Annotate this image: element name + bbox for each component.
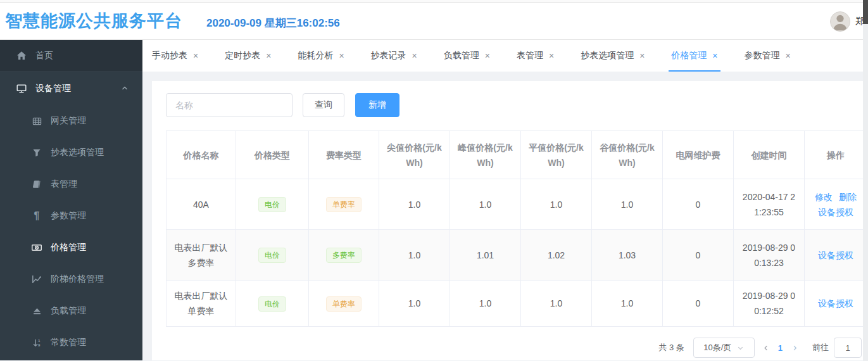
page-size-select[interactable]: 10条/页 [693,338,755,358]
header-datetime: 2020-09-09 星期三16:02:56 [206,16,340,30]
table-header-cell: 创建时间 [734,131,805,179]
table-header-cell: 平值价格(元/kWh) [521,131,592,179]
sidebar-item-label: 首页 [35,50,53,61]
vertical-scrollbar[interactable] [863,0,868,361]
cell-price-type: 电价 [236,230,309,281]
sidebar-item-params[interactable]: ¶参数管理 [0,200,142,232]
sidebar-item-constants[interactable]: 19常数管理 [0,327,142,358]
chevron-up-icon [121,84,129,94]
chevron-left-icon [762,345,769,352]
cell-rate-type: 单费率 [309,179,379,230]
cell-grid-maintenance-fee: 0 [663,230,734,281]
cell-created-time: 2020-04-17 21:23:55 [734,179,805,230]
close-icon[interactable]: × [266,51,271,60]
pagination: 共 3 条 10条/页 1 [166,338,868,358]
cell-created-time: 2019-08-29 00:12:52 [734,281,805,327]
sort-numeric-icon: 19 [32,338,42,348]
cell-peak-price: 1.01 [450,230,521,281]
tab-label: 抄表记录 [371,50,406,61]
prev-page-button[interactable] [762,345,769,352]
cell-price-type: 电价 [236,281,309,327]
price-management-panel: 查询 新增 价格名称价格类型费率类型尖值价格(元/kWh)峰值价格(元/kWh)… [152,81,868,360]
content-background: 查询 新增 价格名称价格类型费率类型尖值价格(元/kWh)峰值价格(元/kWh)… [142,72,868,360]
table-row: 40A电价单费率1.01.01.01.002020-04-17 21:23:55… [167,179,867,230]
device-auth-link[interactable]: 设备授权 [818,248,853,263]
sidebar-item-label: 阶梯价格管理 [51,274,104,285]
tab-scheduled-reading[interactable]: 定时抄表× [225,40,271,72]
scrollbar-thumb[interactable] [863,0,868,24]
page-number[interactable]: 1 [778,343,783,353]
close-icon[interactable]: × [412,51,417,60]
cell-valley-price: 1.0 [592,281,663,327]
tag-success: 电价 [258,296,286,312]
app-title: 智慧能源公共服务平台 [5,10,182,32]
pagination-total: 共 3 条 [658,342,684,353]
tab-reading-records[interactable]: 抄表记录× [371,40,417,72]
close-icon[interactable]: × [485,51,490,60]
user-avatar[interactable] [830,11,850,32]
close-icon[interactable]: × [712,51,717,60]
sidebar-item-meter-options[interactable]: 抄表选项管理 [0,137,142,168]
tab-meter-options-management[interactable]: 抄表选项管理× [581,40,645,72]
price-table: 价格名称价格类型费率类型尖值价格(元/kWh)峰值价格(元/kWh)平值价格(元… [166,130,867,327]
next-page-button[interactable] [791,345,798,352]
chevron-down-icon [737,345,744,352]
chevron-right-icon [791,345,798,352]
cell-price-name: 电表出厂默认多费率 [167,230,236,281]
person-icon [831,11,850,31]
delete-link[interactable]: 删除 [839,189,857,205]
header-user[interactable]: 郑 [830,11,864,32]
sidebar-item-tier-price[interactable]: 阶梯价格管理 [0,263,142,295]
query-button[interactable]: 查询 [303,93,344,117]
goto-page-input[interactable] [834,338,862,358]
eject-icon [32,306,42,316]
tag-warning: 单费率 [326,197,362,212]
close-icon[interactable]: × [549,51,554,60]
tab-meter-management[interactable]: 表管理× [517,40,554,72]
line-chart-icon [32,274,42,284]
tag-success: 多费率 [326,248,362,263]
sidebar-item-meter[interactable]: 表管理 [0,168,142,200]
sidebar-item-label: 负载管理 [51,305,86,317]
add-button[interactable]: 新增 [355,93,399,117]
table-header-cell: 电网维护费 [663,131,734,179]
cell-flat-price: 1.0 [521,179,592,230]
tab-energy-analysis[interactable]: 能耗分析× [298,40,344,72]
tab-price-management[interactable]: 价格管理× [671,40,717,72]
page-size-value: 10条/页 [703,342,731,353]
cell-valley-price: 1.03 [592,230,663,281]
tab-label: 表管理 [517,50,543,61]
cell-peak-price: 1.0 [450,281,521,327]
close-icon[interactable]: × [639,51,645,60]
tab-label: 价格管理 [671,50,707,61]
close-icon[interactable]: × [193,51,198,60]
device-auth-link[interactable]: 设备授权 [818,205,853,220]
tag-success: 电价 [258,248,286,263]
sidebar-item-price[interactable]: 价格管理 [0,232,142,263]
tab-param-management[interactable]: 参数管理× [745,40,791,72]
tab-manual-reading[interactable]: 手动抄表× [152,40,198,72]
svg-text:1: 1 [37,338,40,343]
cell-sharp-price: 1.0 [379,179,450,230]
cell-grid-maintenance-fee: 0 [663,281,734,327]
table-header-cell: 峰值价格(元/kWh) [450,131,521,179]
cell-price-name: 40A [167,179,236,230]
cell-flat-price: 1.0 [521,281,592,327]
sidebar-group-device-management[interactable]: 设备管理 [0,72,142,105]
close-icon[interactable]: × [339,51,344,60]
sidebar-item-label: 网关管理 [51,115,86,127]
sidebar-item-gateway[interactable]: 网关管理 [0,105,142,137]
sidebar-item-load[interactable]: 负载管理 [0,295,142,327]
tab-bar: 手动抄表×定时抄表×能耗分析×抄表记录×负载管理×表管理×抄表选项管理×价格管理… [142,40,868,72]
search-input[interactable] [166,93,292,117]
close-icon[interactable]: × [786,51,791,60]
tab-load-management[interactable]: 负载管理× [444,40,490,72]
device-auth-link[interactable]: 设备授权 [818,296,853,311]
table-row: 电表出厂默认单费率电价单费率1.01.01.01.002019-08-29 00… [167,281,867,327]
cell-rate-type: 多费率 [309,230,379,281]
cell-sharp-price: 1.0 [379,230,450,281]
tab-label: 能耗分析 [298,50,333,61]
sidebar-item-home[interactable]: 首页 [0,40,142,72]
edit-link[interactable]: 修改 [815,189,833,205]
tag-warning: 单费率 [326,296,362,312]
